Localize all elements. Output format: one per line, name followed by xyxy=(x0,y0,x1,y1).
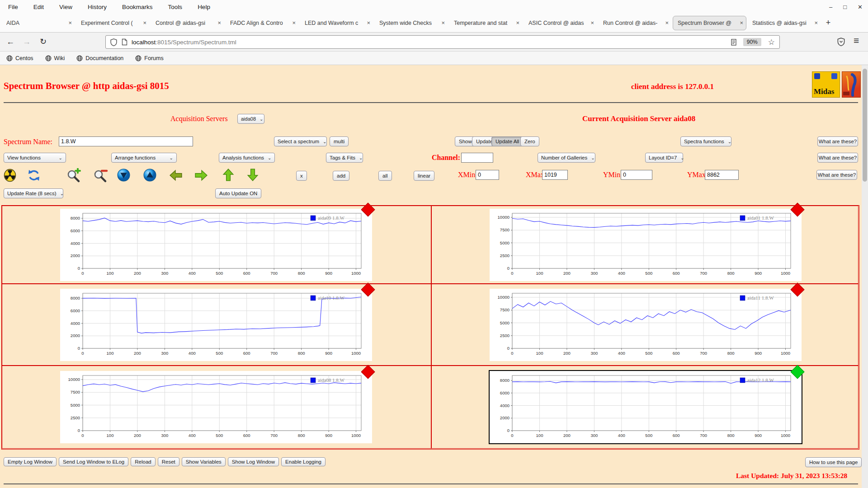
send-log-window-to-elog-button[interactable]: Send Log Window to ELog xyxy=(59,457,128,466)
galleries-dropdown[interactable]: Number of Galleries⌄ xyxy=(538,153,595,163)
tab-close-icon[interactable]: × xyxy=(665,19,669,26)
bookmark-star-icon[interactable]: ☆ xyxy=(768,38,775,47)
spectrum-panel-4[interactable]: 0100200300400500600700800900100002500500… xyxy=(431,284,859,366)
acquisition-server-select[interactable]: aida08⌄ xyxy=(237,114,264,124)
spectrum-panel-1[interactable]: 0100200300400500600700800900100002000400… xyxy=(2,206,431,284)
pan-down-icon[interactable] xyxy=(247,168,259,182)
update-rate-dropdown[interactable]: Update Rate (8 secs)⌄ xyxy=(4,188,63,198)
tab-spectrum-browser[interactable]: Spectrum Browser @× xyxy=(673,16,746,30)
linear-button[interactable]: linear xyxy=(414,171,434,181)
menu-item-tools[interactable]: Tools xyxy=(168,4,183,10)
what-are-these-button-3[interactable]: What are these? xyxy=(816,170,857,180)
spectrum-panel-6[interactable]: 0100200300400500600700800900100002000400… xyxy=(431,366,859,449)
midas-logo[interactable]: Midas xyxy=(812,71,840,98)
tcl-powered-logo[interactable] xyxy=(842,71,861,98)
tab-system-wide-checks[interactable]: System wide Checks× xyxy=(374,16,448,30)
tab-aida[interactable]: AIDA× xyxy=(1,16,75,30)
tab-run-control-aidas[interactable]: Run Control @ aidas-× xyxy=(598,16,672,30)
bookmark-documentation[interactable]: Documentation xyxy=(76,55,123,61)
back-button[interactable]: ← xyxy=(6,36,14,47)
page-scrollbar[interactable] xyxy=(862,65,868,488)
spectrum-chart-aida08[interactable]: 0100200300400500600700800900100002500500… xyxy=(60,371,372,443)
tab-asic-control-aidas[interactable]: ASIC Control @ aidas× xyxy=(524,16,597,30)
menu-item-file[interactable]: File xyxy=(8,4,18,10)
view-functions-dropdown[interactable]: View functions⌄ xyxy=(4,153,66,163)
scale-down-icon[interactable] xyxy=(117,169,130,182)
tab-close-icon[interactable]: × xyxy=(814,19,818,26)
pocket-shield-icon[interactable] xyxy=(837,38,845,46)
tab-close-icon[interactable]: × xyxy=(590,19,594,26)
reload-button[interactable]: ↻ xyxy=(40,36,47,47)
spectrum-panel-5[interactable]: 0100200300400500600700800900100002500500… xyxy=(2,366,431,449)
zoom-in-icon[interactable] xyxy=(66,168,81,183)
pan-left-icon[interactable] xyxy=(169,169,183,181)
tab-close-icon[interactable]: × xyxy=(441,19,445,26)
hamburger-menu-icon[interactable]: ≡ xyxy=(854,35,859,46)
scale-up-icon[interactable] xyxy=(143,169,156,182)
pan-up-icon[interactable] xyxy=(222,168,234,182)
show-variables-button[interactable]: Show Variables xyxy=(182,457,226,466)
auto-update-button[interactable]: Auto Update ON xyxy=(215,188,261,198)
what-are-these-button-2[interactable]: What are these? xyxy=(817,153,858,163)
menu-item-edit[interactable]: Edit xyxy=(33,4,44,10)
multi-button[interactable]: multi xyxy=(330,136,349,146)
menu-item-view[interactable]: View xyxy=(59,4,72,10)
spectrum-panel-2[interactable]: 0100200300400500600700800900100002500500… xyxy=(431,206,859,284)
spectrum-chart-aida10[interactable]: 0100200300400500600700800900100002000400… xyxy=(60,289,372,361)
layout-id-dropdown[interactable]: Layout ID=7⌄ xyxy=(645,153,683,163)
reader-mode-icon[interactable] xyxy=(731,39,736,46)
reset-button[interactable]: Reset xyxy=(158,457,179,466)
tab-fadc-align-contro[interactable]: FADC Align & Contro× xyxy=(225,16,299,30)
url-bar[interactable]: localhost:8015/Spectrum/Spectrum.tml 90%… xyxy=(105,35,780,49)
bookmark-forums[interactable]: Forums xyxy=(135,55,163,61)
menu-item-bookmarks[interactable]: Bookmarks xyxy=(122,4,153,10)
zoom-level-badge[interactable]: 90% xyxy=(743,38,761,46)
bookmark-wiki[interactable]: Wiki xyxy=(45,55,65,61)
spectrum-chart-aida01[interactable]: 0100200300400500600700800900100002500500… xyxy=(490,209,802,281)
tab-close-icon[interactable]: × xyxy=(740,19,743,26)
update-all-button[interactable]: Update All xyxy=(491,136,523,146)
reload-button[interactable]: Reload xyxy=(131,457,155,466)
radiation-icon[interactable] xyxy=(4,169,16,182)
tab-close-icon[interactable]: × xyxy=(217,19,221,26)
menu-item-help[interactable]: Help xyxy=(198,4,210,10)
x-button[interactable]: x xyxy=(296,171,307,181)
enable-logging-button[interactable]: Enable Logging xyxy=(281,457,326,466)
how-to-use-button[interactable]: How to use this page xyxy=(805,457,862,467)
tab-led-and-waveform-c[interactable]: LED and Waveform c× xyxy=(300,16,373,30)
spectrum-chart-aida11[interactable]: 0100200300400500600700800900100002500500… xyxy=(490,289,802,361)
ymin-input[interactable] xyxy=(621,170,652,180)
channel-input[interactable] xyxy=(461,153,493,163)
spectrum-panel-3[interactable]: 0100200300400500600700800900100002000400… xyxy=(2,284,431,366)
scrollbar-thumb[interactable] xyxy=(863,69,867,182)
tab-experiment-control[interactable]: Experiment Control (× xyxy=(76,16,150,30)
what-are-these-button-1[interactable]: What are these? xyxy=(817,136,858,146)
spectrum-chart-aida12[interactable]: 0100200300400500600700800900100002000400… xyxy=(490,371,802,443)
show-log-window-button[interactable]: Show Log Window xyxy=(228,457,279,466)
xmax-input[interactable] xyxy=(542,170,568,180)
analysis-functions-dropdown[interactable]: Analysis functions⌄ xyxy=(219,153,275,163)
tab-close-icon[interactable]: × xyxy=(68,19,72,26)
menu-item-history[interactable]: History xyxy=(88,4,107,10)
tab-close-icon[interactable]: × xyxy=(143,19,146,26)
new-tab-button[interactable]: + xyxy=(821,17,835,29)
refresh-icon[interactable] xyxy=(27,169,41,182)
bookmark-centos[interactable]: Centos xyxy=(6,55,33,61)
spectra-functions-dropdown[interactable]: Spectra functions⌄ xyxy=(680,136,731,146)
pan-right-icon[interactable] xyxy=(194,169,208,181)
arrange-functions-dropdown[interactable]: Arrange functions⌄ xyxy=(111,153,177,163)
tab-control-aidas-gsi[interactable]: Control @ aidas-gsi× xyxy=(151,16,224,30)
all-button[interactable]: all xyxy=(378,171,392,181)
maximize-button[interactable]: □ xyxy=(843,4,847,10)
select-spectrum-dropdown[interactable]: Select a spectrum⌄ xyxy=(274,136,327,146)
tab-statistics-aidas-gsi[interactable]: Statistics @ aidas-gsi× xyxy=(747,16,821,30)
ymax-input[interactable] xyxy=(705,170,739,180)
spectrum-name-input[interactable] xyxy=(59,136,193,146)
tab-close-icon[interactable]: × xyxy=(292,19,296,26)
spectrum-chart-aida09[interactable]: 0100200300400500600700800900100002000400… xyxy=(60,209,372,281)
empty-log-window-button[interactable]: Empty Log Window xyxy=(4,457,57,466)
zero-button[interactable]: Zero xyxy=(520,136,539,146)
zoom-out-icon[interactable] xyxy=(93,168,108,183)
minimize-button[interactable]: – xyxy=(829,4,832,10)
close-button[interactable]: ✕ xyxy=(858,4,863,10)
